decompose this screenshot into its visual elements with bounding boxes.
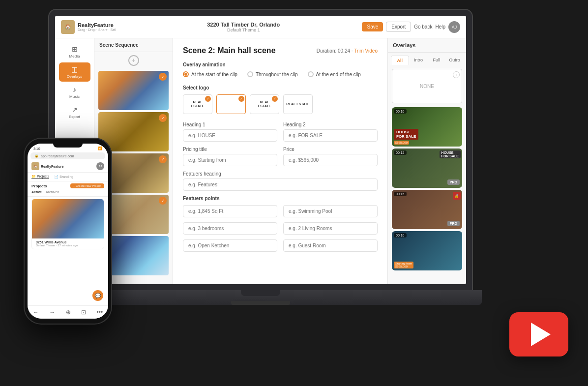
phone-subtabs: Active Archived <box>28 190 108 197</box>
radio-throughout[interactable]: Throughout the clip <box>247 71 298 77</box>
overlay-tab-full[interactable]: Full <box>428 56 445 65</box>
header-actions: Save Export Go back Help AJ <box>362 21 460 33</box>
address-main: 3220 Tall Timber Dr, Orlando <box>125 22 362 28</box>
phone-tabs-icon[interactable]: ⊡ <box>81 309 86 316</box>
logo-area: 🏠 RealtyFeature Drag · Drop · Share · Se… <box>61 20 125 34</box>
fp1-input[interactable] <box>183 205 277 217</box>
radio-start[interactable]: At the start of the clip <box>183 71 237 77</box>
overlay-house-label-1: HOUSEFOR SALE <box>394 129 418 140</box>
overlay-none-label: NONE <box>420 84 434 89</box>
phone-project-card[interactable]: 3251 Willis Avenue Default Theme · 27 mi… <box>31 199 104 249</box>
overlay-none-card[interactable]: i NONE <box>392 69 462 103</box>
phone-back-icon[interactable]: ← <box>33 309 39 316</box>
phone-project-info: 3251 Willis Avenue Default Theme · 27 mi… <box>32 238 104 249</box>
logo-option-4[interactable]: REAL ESTATE <box>283 94 313 114</box>
select-logo-label: Select logo <box>183 85 378 90</box>
fp5-input[interactable] <box>183 239 277 252</box>
overlay-info-icon: i <box>453 71 460 78</box>
phone-create-btn[interactable]: + Create New Project <box>70 183 104 188</box>
save-button[interactable]: Save <box>362 22 383 31</box>
phone-section-title: Projects <box>31 184 47 188</box>
fp4-input[interactable] <box>283 222 378 235</box>
brand-name: RealtyFeature <box>78 22 116 28</box>
pricing-title-input[interactable] <box>183 154 277 166</box>
add-scene-button[interactable]: + <box>128 55 139 66</box>
phone-tab-branding[interactable]: 📄 Branding <box>54 175 73 179</box>
phone-signal: 📶 <box>98 147 102 150</box>
overlay-tab-outro[interactable]: Outro <box>446 56 463 65</box>
radio-throughout-label: Throughout the clip <box>256 72 298 77</box>
phone-tabs: 📁 Projects 📄 Branding <box>28 173 108 181</box>
phone-subtab-archived[interactable]: Archived <box>46 190 59 194</box>
phone-add-icon[interactable]: ⊕ <box>66 309 71 316</box>
logo-img-4: REAL ESTATE <box>286 102 309 106</box>
sidebar-item-media[interactable]: ⊞ Media <box>59 42 90 61</box>
address-sub: Default Theme 1 <box>125 28 362 32</box>
price-input[interactable] <box>283 154 378 166</box>
overlay-tab-all[interactable]: All <box>391 56 409 65</box>
pricing-row: Pricing title Price <box>183 147 378 166</box>
radio-circle-throughout <box>247 71 253 77</box>
radio-start-label: At the start of the clip <box>191 72 237 77</box>
avatar-button[interactable]: AJ <box>448 21 460 33</box>
sidebar-label-music: Music <box>69 94 80 99</box>
heading2-input[interactable] <box>283 129 378 142</box>
heading1-input[interactable] <box>183 129 277 142</box>
export-button[interactable]: Export <box>386 22 411 32</box>
sidebar-item-overlays[interactable]: ◫ Overlays <box>59 62 90 82</box>
phone-tab-projects[interactable]: 📁 Projects <box>31 175 49 179</box>
overlays-icon: ◫ <box>71 65 78 73</box>
scene-thumb-1[interactable]: ✓ <box>98 71 169 110</box>
fp6-input[interactable] <box>283 239 378 252</box>
scene-header: Scene 2: Main hall scene Duration: 00:24… <box>183 46 378 55</box>
fp2-input[interactable] <box>283 205 378 217</box>
scene-check-2: ✓ <box>159 114 167 122</box>
features-heading-label: Featuers heading <box>183 171 378 177</box>
overlay-card-img-4: 00:10 Starting from$565,000 <box>392 231 462 270</box>
overlay-house-badge-2: HOUSEFOR SALE <box>440 150 461 158</box>
help-button[interactable]: Help <box>435 24 445 30</box>
radio-circle-start <box>183 71 189 77</box>
phone-section-header: Projects + Create New Project <box>28 181 108 190</box>
features-heading-row: Featuers heading <box>183 171 378 191</box>
overlay-time-2: 00:12 <box>394 150 407 155</box>
phone-logo: 🏠 RealtyFeature <box>31 162 63 170</box>
overlay-time-1: 00:10 <box>394 109 407 114</box>
fp-row-2 <box>183 222 378 235</box>
phone-more-icon[interactable]: ••• <box>97 309 103 316</box>
price-group: Price <box>283 147 378 166</box>
phone-subtab-active[interactable]: Active <box>31 190 42 194</box>
overlay-card-3[interactable]: 00:15 🔒 PRO <box>392 190 462 229</box>
heading-row: Heading 1 Heading 2 <box>183 122 378 142</box>
app-header: 🏠 RealtyFeature Drag · Drop · Share · Se… <box>55 16 466 38</box>
fp4-group <box>283 222 378 235</box>
overlay-tab-intro[interactable]: Intro <box>410 56 427 65</box>
phone-shell: 3:10 📶 🔒 app.realtyfeature.com 🏠 RealtyF… <box>24 138 112 325</box>
overlay-card-2[interactable]: 00:12 HOUSEFOR SALE PRO <box>392 148 462 188</box>
features-heading-input[interactable] <box>183 178 378 191</box>
sidebar-item-music[interactable]: ♪ Music <box>59 83 90 102</box>
radio-end[interactable]: At the end of the clip <box>308 71 361 77</box>
logo-option-1[interactable]: ✓ REALESTATE <box>183 94 212 114</box>
sidebar-item-export[interactable]: ↗ Export <box>59 103 90 122</box>
phone-chat-fab[interactable]: 💬 <box>92 290 103 301</box>
overlay-card-1[interactable]: 00:10 HOUSEFOR SALE $565,000 <box>392 107 462 147</box>
phone-forward-icon[interactable]: → <box>49 309 55 316</box>
scene-sequence-title: Scene Sequence <box>94 38 173 52</box>
header-address: 3220 Tall Timber Dr, Orlando Default The… <box>125 22 362 32</box>
logo-option-3[interactable]: ✓ REALESTATE <box>250 94 279 114</box>
overlay-card-img-1: 00:10 HOUSEFOR SALE $565,000 <box>392 107 462 147</box>
youtube-play-button[interactable] <box>509 312 568 356</box>
fp-row-3 <box>183 239 378 252</box>
fp3-input[interactable] <box>183 222 277 235</box>
overlay-card-4[interactable]: 00:10 Starting from$565,000 <box>392 231 462 270</box>
phone-screen: 3:10 📶 🔒 app.realtyfeature.com 🏠 RealtyF… <box>28 144 108 319</box>
logo-img-1: REALESTATE <box>191 100 205 109</box>
phone-avatar: AJ <box>96 162 104 170</box>
goback-button[interactable]: Go back <box>414 24 432 30</box>
overlay-time-3: 00:15 <box>394 192 407 196</box>
phone-url: app.realtyfeature.com <box>41 154 74 158</box>
trim-video-link[interactable]: Trim Video <box>354 48 378 54</box>
logo-option-2[interactable]: ✓ <box>216 94 246 114</box>
heading1-group: Heading 1 <box>183 122 277 142</box>
